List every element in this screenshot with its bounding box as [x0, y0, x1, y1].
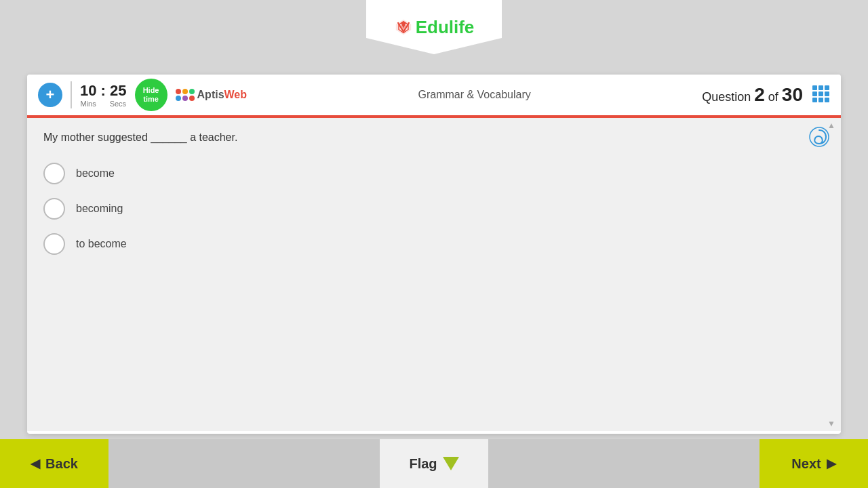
svg-rect-11: [825, 98, 829, 102]
scroll-top: ▲: [827, 121, 835, 130]
hide-time-button[interactable]: Hide time: [135, 79, 167, 111]
option-label-2: becoming: [76, 203, 123, 215]
logo-area: Edulife: [366, 0, 502, 54]
timer-colon: :: [101, 82, 106, 99]
dot-3: [189, 89, 195, 94]
svg-rect-9: [812, 98, 817, 102]
header-divider: [71, 81, 72, 108]
header-bar: + 10 : 25 Mins Secs Hide time: [27, 75, 841, 118]
aptis-dots: [176, 89, 195, 101]
flag-button[interactable]: Flag: [380, 439, 488, 488]
question-label: Question: [702, 90, 751, 104]
question-text: My mother suggested ______ a teacher.: [43, 131, 825, 144]
dot-1: [176, 89, 181, 94]
svg-rect-10: [818, 98, 823, 102]
next-chevron-icon: ▶: [827, 456, 836, 471]
logo: Edulife: [394, 17, 475, 38]
dot-5: [182, 96, 188, 101]
svg-rect-6: [812, 92, 817, 96]
timer-display: 10 : 25: [80, 82, 127, 100]
timer-secs: 25: [110, 82, 126, 99]
main-container: + 10 : 25 Mins Secs Hide time: [27, 75, 841, 434]
option-item-1[interactable]: become: [43, 163, 825, 184]
content-area: ▲ My mother suggested ______ a teacher. …: [27, 118, 841, 431]
question-number: 2: [754, 84, 765, 105]
option-item-3[interactable]: to become: [43, 233, 825, 255]
dot-2: [182, 89, 188, 94]
next-label: Next: [791, 456, 821, 472]
option-item-2[interactable]: becoming: [43, 198, 825, 220]
flag-label: Flag: [409, 456, 437, 472]
svg-rect-7: [818, 92, 823, 96]
logo-text: Edulife: [416, 17, 475, 38]
grid-svg: [811, 84, 830, 103]
back-label: Back: [45, 456, 78, 472]
timer-secs-label: Secs: [110, 100, 126, 108]
question-counter: Question 2 of 30: [702, 84, 803, 106]
grid-icon[interactable]: [811, 84, 830, 106]
timer-mins-label: Mins: [80, 100, 96, 108]
back-chevron-icon: ◀: [31, 456, 40, 471]
radio-option-2[interactable]: [43, 198, 65, 220]
back-button[interactable]: ◀ Back: [0, 439, 108, 488]
svg-rect-3: [812, 85, 817, 90]
dot-6: [189, 96, 195, 101]
timer-mins: 10: [80, 82, 96, 99]
aptis-brand-text: AptisWeb: [197, 89, 247, 101]
aptis-logo: AptisWeb: [176, 89, 247, 101]
aptis-part: Aptis: [197, 89, 224, 100]
radio-option-1[interactable]: [43, 163, 65, 184]
dot-4: [176, 96, 181, 101]
web-part: Web: [224, 89, 247, 100]
svg-rect-4: [818, 85, 823, 90]
timer-labels: Mins Secs: [80, 100, 126, 108]
option-label-3: to become: [76, 238, 127, 250]
options-list: become becoming to become: [43, 163, 825, 255]
radio-option-3[interactable]: [43, 233, 65, 255]
logo-icon: [394, 18, 413, 37]
subject-title: Grammar & Vocabulary: [255, 89, 694, 101]
svg-rect-5: [825, 85, 829, 90]
option-label-1: become: [76, 167, 115, 180]
flag-icon: [443, 457, 459, 470]
timer-area: 10 : 25 Mins Secs: [80, 82, 127, 108]
question-total: 30: [782, 84, 803, 105]
svg-rect-8: [825, 92, 829, 96]
bottom-nav: ◀ Back Flag Next ▶: [0, 439, 868, 488]
scroll-bottom: ▼: [827, 419, 835, 428]
question-of: of: [768, 90, 778, 104]
next-button[interactable]: Next ▶: [760, 439, 868, 488]
plus-button[interactable]: +: [38, 83, 62, 107]
